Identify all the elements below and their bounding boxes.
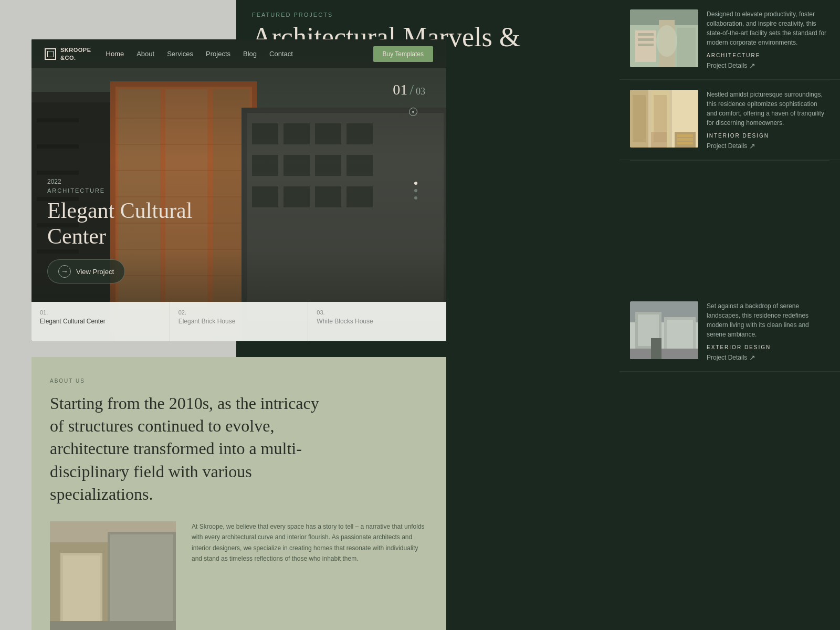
arch-image [630, 9, 698, 67]
view-project-button[interactable]: → View Project [47, 259, 125, 284]
about-body-text: At Skroope, we believe that every space … [192, 521, 428, 630]
link-arrow-icon-2: ↗ [749, 142, 755, 150]
nav-links: Home About Services Projects Blog Contac… [106, 50, 293, 58]
project-category-2: INTERIOR DESIGN [707, 133, 830, 139]
about-bottom: At Skroope, we believe that every space … [50, 521, 428, 630]
svg-rect-69 [110, 534, 173, 630]
project-tab-2[interactable]: 02. Elegant Brick House [170, 302, 309, 341]
svg-rect-4 [677, 28, 696, 67]
hero-year: 2022 [47, 178, 192, 185]
link-arrow-icon-1: ↗ [749, 61, 755, 70]
svg-rect-6 [638, 38, 654, 41]
project-desc-3: Set against a backdrop of serene landsca… [707, 301, 830, 339]
buy-templates-button[interactable]: Buy Templates [373, 46, 434, 62]
tab-name-3: White Blocks House [317, 318, 438, 325]
nav-projects[interactable]: Projects [206, 50, 230, 58]
exterior-image [630, 301, 698, 359]
project-category-3: EXTERIOR DESIGN [707, 344, 830, 350]
sidebar-project-card-3: Set against a backdrop of serene landsca… [620, 292, 840, 372]
logo-text: SKROOPE&CO. [60, 46, 91, 61]
tab-num-2: 02. [178, 309, 300, 316]
arrow-right-icon: → [58, 265, 71, 278]
project-info-3: Set against a backdrop of serene landsca… [707, 301, 830, 362]
svg-rect-68 [63, 555, 100, 630]
interior-image [630, 90, 698, 148]
project-image-3 [630, 301, 698, 359]
sidebar-project-card-1: Designed to elevate productivity, foster… [620, 0, 840, 80]
tab-num-1: 01. [40, 309, 161, 316]
counter-current: 01 [393, 81, 407, 98]
logo-icon [45, 48, 56, 60]
about-section: ABOUT US Starting from the 2010s, as the… [32, 357, 446, 630]
about-label: ABOUT US [50, 378, 428, 384]
project-category-1: ARCHITECTURE [707, 52, 830, 58]
nav-about[interactable]: About [136, 50, 154, 58]
svg-rect-27 [651, 338, 662, 359]
svg-rect-17 [677, 138, 693, 141]
svg-rect-70 [50, 621, 176, 630]
project-link-1[interactable]: Project Details ↗ [707, 61, 830, 70]
project-link-2[interactable]: Project Details ↗ [707, 142, 830, 150]
scroll-dot [412, 111, 414, 113]
project-tabs: 01. Elegant Cultural Center 02. Elegant … [32, 302, 446, 341]
project-image-2 [630, 90, 698, 148]
counter-separator: / [410, 81, 414, 98]
project-desc-2: Nestled amidst picturesque surroundings,… [707, 90, 830, 128]
svg-rect-13 [633, 95, 646, 142]
about-headline: Starting from the 2010s, as the intricac… [50, 392, 323, 506]
logo[interactable]: SKROOPE&CO. [45, 46, 91, 61]
project-link-3[interactable]: Project Details ↗ [707, 353, 830, 362]
svg-rect-5 [638, 33, 654, 36]
svg-rect-19 [651, 132, 667, 148]
tab-name-2: Elegant Brick House [178, 318, 300, 325]
about-image [50, 521, 176, 630]
main-hero-card: SKROOPE&CO. Home About Services Projects… [32, 39, 446, 341]
divider-2 [630, 160, 830, 161]
project-tab-3[interactable]: 03. White Blocks House [308, 302, 446, 341]
svg-rect-7 [638, 44, 654, 46]
hero-title: Elegant Cultural Center [47, 198, 192, 249]
svg-rect-25 [667, 320, 693, 349]
project-image-1 [630, 9, 698, 67]
slide-dot-2[interactable] [414, 189, 417, 192]
nav-home[interactable]: Home [106, 50, 124, 58]
project-desc-1: Designed to elevate productivity, foster… [707, 9, 830, 47]
link-arrow-icon-3: ↗ [749, 353, 755, 362]
right-sidebar: Designed to elevate productivity, foster… [620, 0, 840, 630]
slide-dot-3[interactable] [414, 196, 417, 200]
counter-total: 03 [416, 86, 425, 97]
svg-rect-26 [630, 349, 698, 359]
sidebar-project-card-2: Nestled amidst picturesque surroundings,… [620, 80, 840, 160]
project-tab-1[interactable]: 01. Elegant Cultural Center [32, 302, 170, 341]
svg-rect-16 [677, 134, 693, 137]
featured-label: FEATURED PROJECTS [252, 12, 667, 18]
nav-bar: SKROOPE&CO. Home About Services Projects… [32, 39, 446, 68]
project-info-1: Designed to elevate productivity, foster… [707, 9, 830, 70]
svg-point-8 [656, 25, 677, 57]
nav-services[interactable]: Services [167, 50, 193, 58]
svg-rect-18 [677, 142, 693, 144]
nav-contact[interactable]: Contact [269, 50, 293, 58]
project-info-2: Nestled amidst picturesque surroundings,… [707, 90, 830, 150]
nav-blog[interactable]: Blog [243, 50, 257, 58]
view-project-label: View Project [76, 268, 114, 276]
hero-content: 2022 ARCHITECTURE Elegant Cultural Cente… [47, 178, 192, 284]
tab-name-1: Elegant Cultural Center [40, 318, 161, 325]
slide-dots [414, 182, 417, 200]
hero-category: ARCHITECTURE [47, 187, 192, 194]
slide-counter: 01/03 [393, 81, 425, 98]
tab-num-3: 03. [317, 309, 438, 316]
slide-dot-1[interactable] [414, 182, 417, 185]
scroll-indicator[interactable] [409, 108, 417, 116]
